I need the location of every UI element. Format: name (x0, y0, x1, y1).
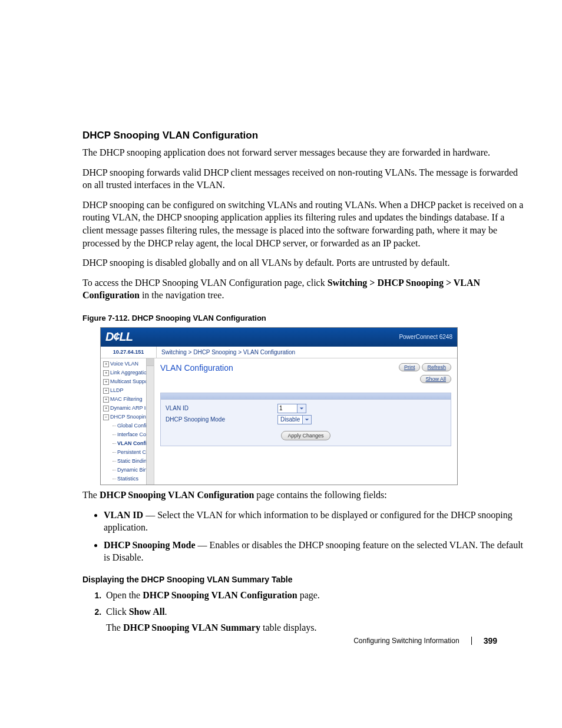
ui-name-bold: DHCP Snooping VLAN Summary (123, 622, 260, 633)
page-name-bold: DHCP Snooping VLAN Configuration (100, 490, 254, 500)
nav-label: Multicast Support (110, 378, 151, 384)
step: Open the DHCP Snooping VLAN Configuratio… (104, 589, 527, 602)
page-title: VLAN Configuration (160, 363, 233, 373)
step-result: The DHCP Snooping VLAN Summary table dis… (106, 621, 527, 634)
text: page. (297, 590, 320, 600)
scrollbar[interactable] (146, 358, 154, 485)
dell-logo: D¢LL (105, 330, 133, 344)
panel-header-bar (161, 393, 451, 400)
device-ip: 10.27.64.151 (101, 347, 157, 358)
expand-icon[interactable]: + (103, 379, 109, 385)
paragraph: The DHCP snooping application does not f… (82, 146, 527, 159)
form-panel: VLAN ID DHCP Snooping Mode Disable (160, 393, 451, 446)
text: The (106, 622, 123, 633)
paragraph: DHCP snooping forwards valid DHCP client… (82, 166, 527, 192)
list-item: DHCP Snooping Mode — Enables or disables… (104, 539, 527, 564)
print-button[interactable]: Print (399, 363, 421, 371)
content-pane: VLAN Configuration Print Refresh Show Al… (154, 358, 457, 485)
vlan-id-input[interactable] (277, 404, 297, 413)
dropdown-icon[interactable] (302, 415, 312, 424)
nav-label: Voice VLAN (110, 361, 138, 367)
paragraph: To access the DHCP Snooping VLAN Configu… (82, 276, 527, 302)
show-all-button[interactable]: Show All (420, 375, 451, 383)
paragraph: DHCP snooping is disabled globally and o… (82, 256, 527, 269)
paragraph: DHCP snooping can be configured on switc… (82, 199, 527, 249)
expand-icon[interactable]: + (103, 370, 109, 376)
page-number: 399 (484, 636, 497, 645)
footer-separator (471, 637, 472, 645)
page-footer: Configuring Switching Information 399 (353, 636, 497, 645)
select-value: Disable (277, 415, 303, 424)
procedure-steps: Open the DHCP Snooping VLAN Configuratio… (82, 589, 527, 634)
nav-label: DHCP Snooping (110, 414, 149, 420)
text: . (165, 607, 167, 617)
field-label: DHCP Snooping Mode (166, 416, 277, 423)
text: The (82, 490, 100, 500)
refresh-button[interactable]: Refresh (422, 363, 451, 371)
footer-chapter: Configuring Switching Information (353, 637, 459, 645)
paragraph: The DHCP Snooping VLAN Configuration pag… (82, 489, 527, 502)
ui-name-bold: Show All (129, 607, 165, 617)
text: page contains the following fields: (254, 490, 386, 500)
form-row: DHCP Snooping Mode Disable (166, 415, 446, 424)
nav-label: Statistics (117, 476, 138, 482)
text: Click (106, 607, 129, 617)
nav-label: MAC Filtering (110, 396, 143, 402)
text: To access the DHCP Snooping VLAN Configu… (82, 278, 328, 288)
breadcrumb: Switching > DHCP Snooping > VLAN Configu… (157, 347, 457, 358)
ui-name-bold: DHCP Snooping VLAN Configuration (143, 590, 297, 600)
field-list: VLAN ID — Select the VLAN for which info… (82, 509, 527, 564)
dropdown-icon[interactable] (297, 404, 306, 413)
text: in the navigation tree. (140, 290, 224, 300)
field-term: DHCP Snooping Mode (104, 540, 196, 550)
apply-changes-button[interactable]: Apply Changes (281, 431, 330, 440)
snooping-mode-select[interactable]: Disable (277, 415, 312, 424)
expand-icon[interactable]: + (103, 361, 109, 367)
text: table displays. (260, 622, 317, 633)
step: Click Show All. The DHCP Snooping VLAN S… (104, 605, 527, 634)
embedded-screenshot: D¢LL PowerConnect 6248 10.27.64.151 Swit… (100, 327, 458, 485)
figure-caption: Figure 7-112. DHCP Snooping VLAN Configu… (82, 314, 527, 322)
model-label: PowerConnect 6248 (399, 334, 452, 340)
expand-icon[interactable]: + (103, 397, 109, 403)
expand-icon[interactable]: + (103, 406, 109, 411)
list-item: VLAN ID — Select the VLAN for which info… (104, 509, 527, 534)
app-header: D¢LL PowerConnect 6248 (101, 328, 457, 347)
nav-label: LLDP (110, 387, 124, 393)
field-desc: — Select the VLAN for which information … (104, 510, 513, 533)
nav-tree[interactable]: +Voice VLAN +Link Aggregation +Multicast… (101, 358, 154, 485)
text: Open the (106, 590, 143, 600)
subsection-heading: Displaying the DHCP Snooping VLAN Summar… (82, 575, 527, 584)
nav-label: Link Aggregation (110, 370, 150, 375)
section-heading: DHCP Snooping VLAN Configuration (82, 130, 527, 141)
expand-icon[interactable]: + (103, 388, 109, 394)
field-label: VLAN ID (166, 405, 277, 411)
field-term: VLAN ID (104, 510, 143, 520)
form-row: VLAN ID (166, 404, 446, 413)
collapse-icon[interactable]: − (103, 414, 109, 420)
